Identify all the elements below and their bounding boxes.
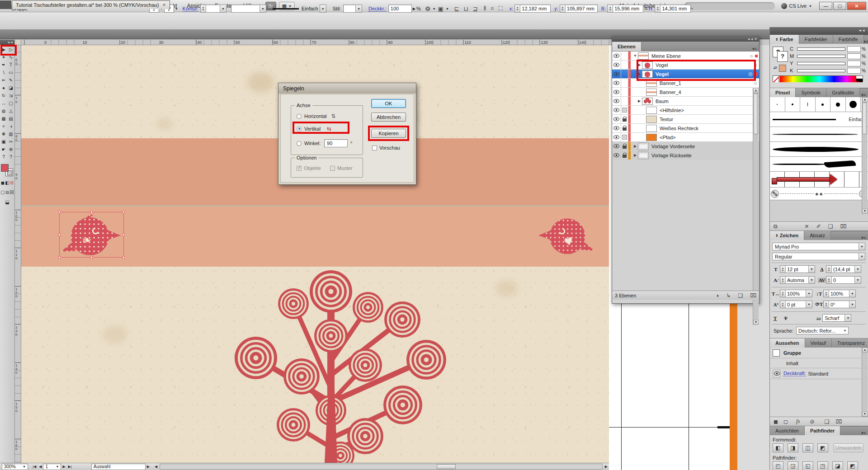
- target-circle-icon[interactable]: ○: [752, 62, 759, 68]
- calligraphic-brush[interactable]: [816, 97, 831, 112]
- intersect-icon[interactable]: ◫: [802, 443, 813, 452]
- symbol-sprayer-tool[interactable]: ❋: [0, 130, 7, 138]
- radio-horizontal[interactable]: Horizontal ⇅: [297, 113, 336, 119]
- muster-checkbox[interactable]: Muster: [330, 165, 353, 171]
- help-doc-tool[interactable]: ?: [7, 153, 14, 161]
- layer-row[interactable]: <Pfad>○: [612, 133, 759, 142]
- ornament-pattern-brush[interactable]: ◆ ◆: [770, 188, 868, 200]
- layer-row[interactable]: ▼Meine Ebene○: [612, 52, 759, 61]
- document-tab[interactable]: Tutorial Tischaufsteller gestalten.ai* b…: [12, 0, 170, 9]
- visibility-eye-icon[interactable]: [613, 117, 619, 121]
- hscroll-right-icon[interactable]: ▶: [605, 465, 608, 469]
- new-effect-icon[interactable]: fx: [796, 418, 800, 425]
- language-dropdown[interactable]: Deutsch: Refor...▼: [796, 327, 849, 334]
- lock-icon[interactable]: [623, 127, 627, 131]
- pencil-tool[interactable]: ✎: [7, 76, 14, 84]
- layer-thumbnail[interactable]: [638, 152, 649, 159]
- selection-tool[interactable]: ▶: [0, 46, 7, 53]
- pathfinder-menu-icon[interactable]: ▾≡: [861, 431, 868, 435]
- zoom-tool[interactable]: ⊕: [7, 146, 14, 153]
- minus-back-icon[interactable]: ◩: [847, 461, 858, 470]
- vertical-ruler[interactable]: 6 07 08 09 01 0 01 1 01 2 01 3 01 4 01 5…: [15, 45, 21, 463]
- tab-farbfelder[interactable]: Farbfelder: [799, 35, 833, 44]
- layer-thumbnail[interactable]: [646, 116, 657, 123]
- layer-row[interactable]: Weißes Rechteck○: [612, 124, 759, 133]
- visibility-eye-icon[interactable]: [613, 99, 619, 103]
- layer-name[interactable]: Banner_1: [660, 80, 752, 86]
- layer-name[interactable]: Banner_4: [660, 89, 752, 95]
- zoom-level-dropdown[interactable]: 300%▼: [2, 464, 28, 470]
- last-color-swatch[interactable]: [779, 65, 786, 72]
- calligraphic-brush[interactable]: [830, 97, 846, 112]
- brush-definition-dropdown[interactable]: ▼: [231, 5, 266, 13]
- expand-triangle-icon[interactable]: ▶: [632, 144, 638, 148]
- tab-close-icon[interactable]: ✕: [162, 3, 166, 7]
- expand-triangle-icon[interactable]: ▶: [637, 63, 642, 67]
- layer-row[interactable]: ▶Vogel◎: [612, 70, 759, 79]
- leading-field[interactable]: ▲▼(14,4 pt▼: [826, 265, 861, 273]
- lock-placeholder-box[interactable]: [622, 135, 627, 140]
- layer-thumbnail[interactable]: [642, 61, 653, 69]
- tab-pinsel[interactable]: Pinsel: [770, 88, 796, 97]
- type-tool[interactable]: T: [7, 61, 14, 69]
- k-value-input[interactable]: [847, 68, 861, 74]
- font-size-field[interactable]: ▲▼12 pt▼: [780, 265, 815, 273]
- kerning-field[interactable]: ▲▼Automa▼: [780, 276, 815, 284]
- visibility-eye-icon[interactable]: [613, 153, 619, 157]
- tab-absatz[interactable]: Absatz: [804, 231, 831, 240]
- color-mode-icon[interactable]: ◼: [0, 179, 5, 187]
- layer-row[interactable]: ▶Vorlage Vorderseite○: [612, 142, 759, 151]
- layer-thumbnail[interactable]: [646, 89, 657, 96]
- charcoal-brush[interactable]: [770, 127, 868, 142]
- style-dropdown[interactable]: ▼: [343, 5, 362, 13]
- tracking-field[interactable]: ▲▼0▼: [826, 276, 861, 284]
- stroke-weight-label[interactable]: Kontur:: [183, 6, 198, 12]
- layer-thumbnail[interactable]: [646, 80, 657, 87]
- panel-close-icon[interactable]: ✕: [754, 37, 757, 41]
- first-page-icon[interactable]: |◀: [33, 465, 36, 469]
- tab-transparenz[interactable]: Transparenz: [832, 338, 868, 348]
- calligraphic-brush[interactable]: [785, 97, 801, 112]
- layer-row[interactable]: ▶Vorlage Rückseite○: [612, 151, 759, 160]
- einfach-brush[interactable]: Einfach: [770, 112, 868, 127]
- fill-stroke-proxy[interactable]: [0, 164, 14, 177]
- horizontal-scrollbar[interactable]: [160, 464, 603, 470]
- layer-name[interactable]: <Hilfslinie>: [660, 108, 752, 113]
- calligraphic-brush[interactable]: [770, 97, 785, 112]
- brush-options-icon[interactable]: ✐: [816, 223, 821, 230]
- outline-icon[interactable]: ◪: [832, 461, 843, 470]
- m-slider[interactable]: [797, 55, 845, 58]
- k-slider[interactable]: [797, 69, 845, 72]
- arrow-pattern-brush[interactable]: [770, 172, 868, 188]
- strikethrough-button[interactable]: T: [784, 315, 787, 321]
- layer-name[interactable]: <Pfad>: [660, 135, 752, 140]
- blend-tool[interactable]: ◑: [7, 122, 14, 130]
- new-sublayer-icon[interactable]: ↳: [726, 292, 731, 299]
- remove-brush-stroke-icon[interactable]: ✕: [805, 223, 809, 230]
- tab-verlauf[interactable]: Verlauf: [805, 338, 832, 348]
- spectrum-bar[interactable]: [773, 75, 863, 82]
- direct-selection-tool[interactable]: ▷: [7, 46, 14, 53]
- antialias-dropdown[interactable]: Scharf▼: [822, 314, 851, 322]
- tab-pathfinder[interactable]: Pathfinder: [805, 426, 840, 435]
- layers-scrollbar[interactable]: ▲ ▼: [753, 88, 759, 325]
- tab-zeichen[interactable]: ⇕Zeichen: [770, 231, 804, 240]
- radio-winkel[interactable]: Winkel: 90 °: [297, 139, 352, 147]
- tab-aussehen[interactable]: Aussehen: [770, 338, 805, 348]
- abbrechen-button[interactable]: Abbrechen: [371, 113, 406, 122]
- eye-icon[interactable]: [774, 371, 780, 376]
- x-input[interactable]: ▲▼12,182 mm: [514, 5, 551, 13]
- duplicate-item-icon[interactable]: ❑: [825, 418, 830, 425]
- underline-button[interactable]: T: [774, 315, 777, 321]
- delete-layer-icon[interactable]: ⌧: [750, 292, 756, 299]
- align-center-icon[interactable]: ⊔: [464, 5, 468, 12]
- pen-tool[interactable]: ✒: [0, 61, 7, 69]
- trim-icon[interactable]: ◲: [788, 461, 798, 470]
- bw-chips[interactable]: [856, 76, 863, 81]
- visibility-eye-icon[interactable]: [613, 126, 619, 130]
- lock-icon[interactable]: [623, 146, 627, 149]
- umwandeln-button[interactable]: Umwandeln: [834, 443, 863, 452]
- status-flyout-icon[interactable]: ▶: [147, 465, 150, 469]
- exclude-icon[interactable]: ◩: [817, 443, 828, 452]
- char-rotation-field[interactable]: ▲▼0°▼: [823, 301, 856, 308]
